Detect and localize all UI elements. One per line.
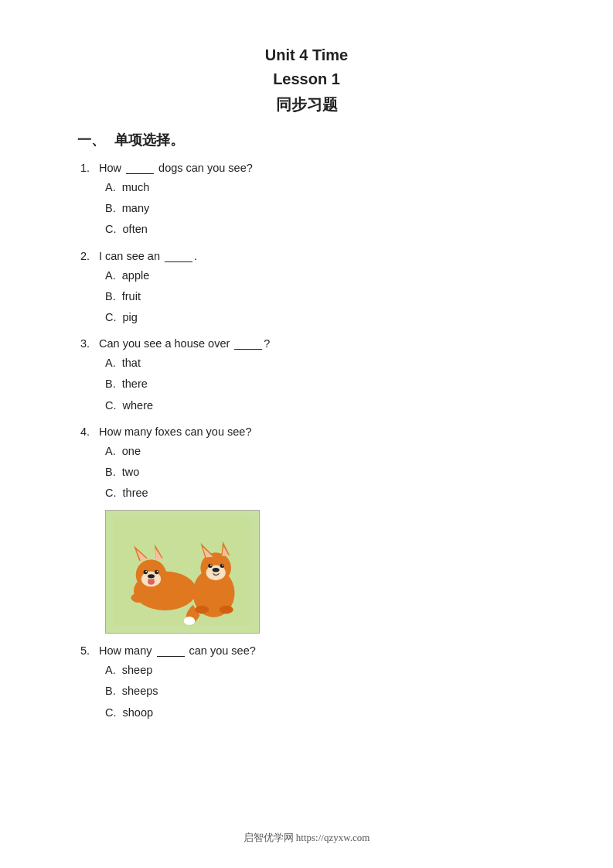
svg-point-29 — [222, 565, 223, 566]
title-section: Unit 4 Time Lesson 1 同步习题 — [77, 46, 536, 115]
q1-option-b: B. many — [77, 200, 536, 217]
q3-blank — [234, 339, 262, 350]
svg-point-30 — [195, 606, 209, 614]
q3-option-b: B. there — [77, 375, 536, 393]
footer: 启智优学网 https://qzyxw.com — [0, 831, 613, 845]
q5-num: 5. — [80, 644, 94, 657]
svg-point-15 — [169, 595, 189, 605]
svg-point-8 — [148, 574, 155, 578]
q3-num: 3. — [80, 337, 94, 350]
question-4-text: 4. How many foxes can you see? — [77, 425, 536, 438]
q1-text-before: How dogs can you see? — [99, 162, 253, 174]
svg-point-9 — [144, 570, 148, 574]
svg-point-12 — [157, 571, 158, 572]
question-2-text: 2. I can see an . — [77, 250, 536, 262]
q5-blank — [157, 646, 185, 657]
q2-text-before: I can see an . — [99, 250, 197, 262]
q1-blank — [126, 163, 154, 174]
q3-text-before: Can you see a house over ? — [99, 337, 270, 350]
svg-point-13 — [148, 579, 155, 585]
page: Unit 4 Time Lesson 1 同步习题 一、 单项选择。 1. Ho… — [0, 0, 613, 868]
fox-image — [105, 510, 260, 634]
q4-option-c: C. three — [77, 484, 536, 502]
question-5-text: 5. How many can you see? — [77, 644, 536, 657]
question-4: 4. How many foxes can you see? A. one B.… — [77, 425, 536, 634]
q5-option-b: B. sheeps — [77, 682, 536, 700]
q2-blank — [165, 251, 192, 262]
q4-num: 4. — [80, 425, 94, 438]
q4-option-b: B. two — [77, 463, 536, 481]
section-title: 单项选择。 — [114, 131, 184, 149]
svg-point-28 — [210, 565, 212, 566]
section-number: 一、 — [77, 131, 105, 149]
q2-option-c: C. pig — [77, 309, 536, 326]
svg-point-26 — [208, 564, 212, 568]
svg-point-10 — [155, 570, 158, 574]
q5-text: How many can you see? — [99, 644, 256, 657]
q3-option-c: C. where — [77, 397, 536, 415]
q4-option-a: A. one — [77, 443, 536, 460]
q1-option-a: A. much — [77, 179, 536, 196]
svg-point-11 — [145, 571, 147, 572]
q4-text: How many foxes can you see? — [99, 425, 251, 438]
q5-option-a: A. sheep — [77, 661, 536, 679]
question-3: 3. Can you see a house over ? A. that B.… — [77, 337, 536, 415]
svg-point-27 — [220, 564, 224, 568]
unit-title: Unit 4 Time — [77, 46, 536, 64]
q1-num: 1. — [80, 162, 94, 174]
question-1-text: 1. How dogs can you see? — [77, 162, 536, 174]
q1-option-c: C. often — [77, 220, 536, 238]
q3-option-a: A. that — [77, 354, 536, 372]
q2-num: 2. — [80, 250, 94, 262]
section-header: 一、 单项选择。 — [77, 131, 536, 149]
question-5: 5. How many can you see? A. sheep B. she… — [77, 644, 536, 722]
svg-point-14 — [131, 593, 148, 603]
q2-option-b: B. fruit — [77, 288, 536, 306]
fox-illustration — [113, 518, 252, 626]
footer-text: 启智优学网 https://qzyxw.com — [243, 832, 370, 843]
q5-option-c: C. shoop — [77, 704, 536, 722]
svg-point-31 — [220, 606, 233, 614]
q2-option-a: A. apple — [77, 267, 536, 285]
question-1: 1. How dogs can you see? A. much B. many… — [77, 162, 536, 239]
svg-point-23 — [184, 617, 195, 625]
subtitle: 同步习题 — [77, 94, 536, 115]
question-3-text: 3. Can you see a house over ? — [77, 337, 536, 350]
lesson-title: Lesson 1 — [77, 70, 536, 88]
svg-point-25 — [213, 568, 220, 572]
question-2: 2. I can see an . A. apple B. fruit C. p… — [77, 250, 536, 327]
